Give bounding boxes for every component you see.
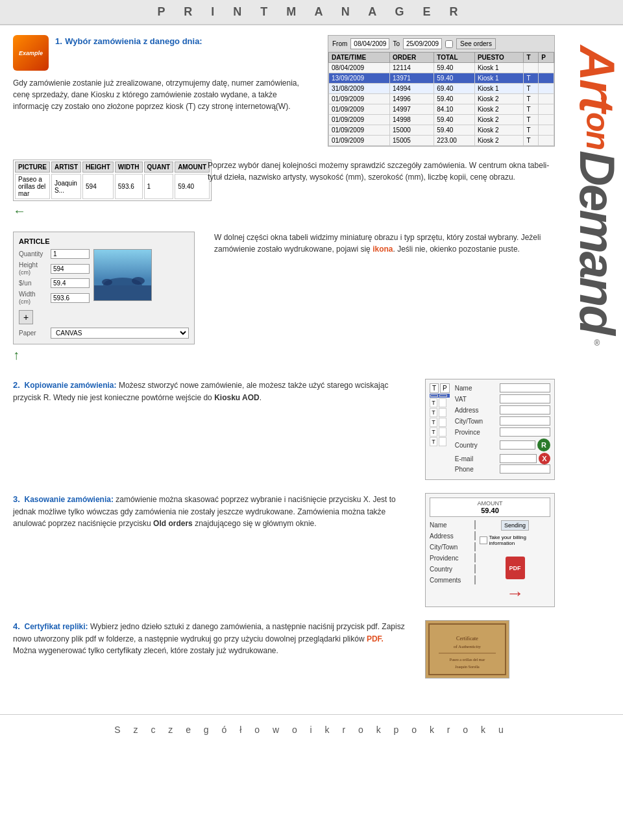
tp-row4: T: [430, 427, 450, 437]
section2: PICTURE ARTIST HEIGHT WIDTH QUANT AMOUNT…: [13, 160, 555, 219]
p-cell: [439, 398, 446, 407]
price-label: $/un: [19, 280, 48, 287]
name-input[interactable]: [500, 383, 550, 392]
province-input[interactable]: [500, 427, 550, 437]
see-orders-button[interactable]: See orders: [456, 38, 496, 49]
section-kopiowanie-left: 2. Kopiowanie zamówienia: Możesz stworzy…: [13, 379, 412, 480]
pdf-icon[interactable]: PDF: [506, 557, 525, 579]
cell: [539, 84, 554, 94]
p-header: P: [440, 383, 450, 393]
email-input[interactable]: [500, 454, 537, 463]
svg-text:of Authenticity: of Authenticity: [454, 644, 482, 649]
delete-x-button[interactable]: X: [539, 453, 550, 464]
country-input[interactable]: [500, 440, 535, 450]
section-kasowanie-left: 3. Kasowanie zamówienia: zamówienie możn…: [13, 493, 412, 607]
cell: [539, 115, 554, 125]
name-row2: Name: [430, 520, 476, 529]
address-row: Address: [455, 405, 550, 414]
comments-input[interactable]: [474, 575, 476, 584]
billing-checkbox[interactable]: [480, 536, 487, 544]
table-row[interactable]: 01/09/200915005223.00Kiosk 2T: [329, 136, 554, 146]
quantity-input[interactable]: 1: [51, 249, 90, 259]
cell: T: [524, 104, 539, 115]
city-label2: City/Town: [430, 544, 472, 551]
table-row[interactable]: 01/09/20091500059.40Kiosk 2T: [329, 125, 554, 136]
buttons-row: +: [19, 310, 90, 324]
height-input[interactable]: 594: [51, 264, 90, 274]
cell: 01/09/2009: [329, 125, 390, 136]
address-input2[interactable]: [474, 531, 476, 540]
tp-row2: T: [430, 408, 450, 417]
cell: 14998: [390, 115, 434, 125]
from-date[interactable]: 08/04/2009: [350, 38, 389, 49]
article-panel-container: ARTICLE Quantity 1 Height(cm) 594 $/un: [13, 232, 201, 363]
example-badge: Example 1. Wybór zamówienia z danego dni…: [13, 35, 315, 71]
table-row[interactable]: Paseo a orillas del mar Joaquin S... 594…: [15, 174, 210, 199]
phone-label: Phone: [455, 466, 497, 473]
form-panel-kasowanie: AMOUNT 59.40 Name Address: [425, 493, 555, 607]
cell: 31/08/2009: [329, 84, 390, 94]
section-cert-right: Certificate of Authenticity Paseo a oril…: [425, 620, 555, 678]
phone-input[interactable]: [500, 464, 550, 474]
cell: 223.00: [434, 136, 475, 146]
p-cell-selected: [439, 394, 447, 397]
example-badge-img: Example: [13, 35, 49, 71]
cell: Kiosk 1: [474, 63, 524, 73]
section3: ARTICLE Quantity 1 Height(cm) 594 $/un: [13, 232, 555, 363]
increment-button[interactable]: +: [19, 310, 33, 324]
p-cell: [439, 408, 446, 417]
cell: Kiosk 2: [474, 136, 524, 146]
width-input[interactable]: 593.6: [51, 293, 90, 303]
artwork-section: [93, 249, 152, 324]
province-input2[interactable]: [474, 553, 476, 562]
section-kopiowanie-right: T P T T: [425, 379, 555, 480]
to-date[interactable]: 25/09/2009: [403, 38, 442, 49]
table-row[interactable]: 31/08/20091499469.40Kiosk 1T: [329, 84, 554, 94]
cell: Kiosk 2: [474, 94, 524, 104]
address-label2: Address: [430, 533, 472, 540]
email-with-circle: E-mail X: [455, 453, 550, 464]
name-input2[interactable]: [474, 520, 476, 529]
section1-right: From 08/04/2009 To 25/09/2009 See orders…: [328, 35, 555, 147]
section2-body: Poprzez wybór danej kolejności możemy sp…: [208, 160, 555, 183]
table-row[interactable]: 01/09/20091499859.40Kiosk 2T: [329, 115, 554, 125]
cell: 593.6: [115, 174, 143, 199]
svg-point-3: [102, 279, 112, 285]
see-orders-checkbox[interactable]: [445, 40, 453, 48]
address-input[interactable]: [500, 405, 550, 414]
table-row-selected[interactable]: 13/09/20091397159.40Kiosk 1T: [329, 73, 554, 84]
arrow-right-icon: ←: [13, 204, 26, 219]
arrow-row: ←: [13, 204, 195, 219]
table-row[interactable]: 08/04/20091211459.40Kiosk 1: [329, 63, 554, 73]
paper-dropdown[interactable]: CANVAS: [51, 328, 189, 339]
table-row[interactable]: 01/09/20091499784.10Kiosk 2T: [329, 104, 554, 115]
col-quant: QUANT: [144, 162, 174, 173]
col-p: P: [539, 53, 554, 63]
country-input2[interactable]: [474, 564, 476, 573]
name-label: Name: [455, 385, 497, 392]
main-content: Example 1. Wybór zamówienia z danego dni…: [0, 25, 568, 701]
to-label: To: [393, 40, 400, 47]
tp-and-fields: T P T T: [430, 383, 550, 475]
cell: T: [524, 136, 539, 146]
cell: [539, 136, 554, 146]
cell: 14997: [390, 104, 434, 115]
vat-label: VAT: [455, 396, 497, 403]
vat-input[interactable]: [500, 394, 550, 403]
email-row: E-mail: [455, 454, 537, 463]
cell: Paseo a orillas del mar: [15, 174, 50, 199]
section3-description: W dolnej części okna tabeli widzimy mini…: [214, 232, 555, 363]
city-input2[interactable]: [474, 542, 476, 551]
kiosk-aod-text: Kiosku AOD: [214, 393, 260, 402]
table-row[interactable]: 01/09/20091499659.40Kiosk 2T: [329, 94, 554, 104]
copy-r-button[interactable]: R: [537, 438, 550, 451]
city-input[interactable]: [500, 416, 550, 426]
svg-text:Certificate: Certificate: [456, 636, 478, 642]
cell: 01/09/2009: [329, 94, 390, 104]
col-total: TOTAL: [434, 53, 475, 63]
col-artist: ARTIST: [51, 162, 81, 173]
quantity-row: Quantity 1: [19, 249, 90, 259]
price-input[interactable]: 59.4: [51, 278, 90, 288]
billing-label: Take your billing information: [489, 534, 550, 546]
cell: 01/09/2009: [329, 104, 390, 115]
